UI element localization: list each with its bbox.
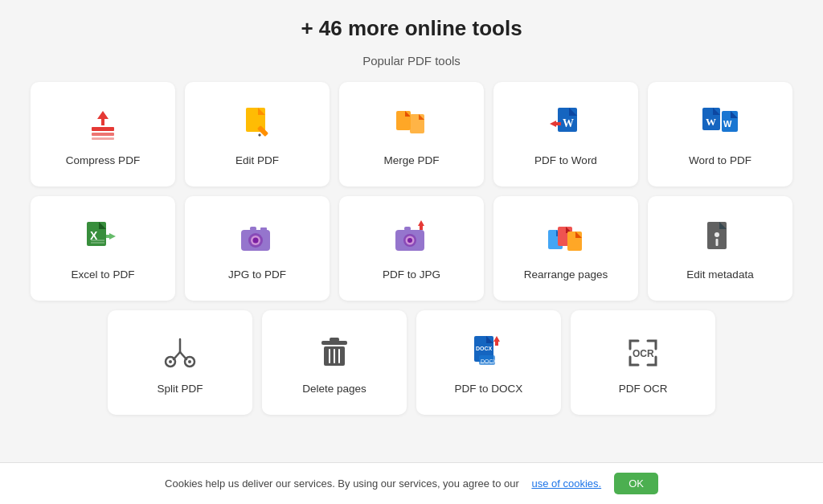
- svg-rect-3: [92, 137, 114, 140]
- tools-row-3: Split PDF Delete pages: [108, 310, 715, 415]
- cookie-banner: Cookies help us deliver our services. By…: [0, 462, 823, 504]
- svg-rect-30: [106, 235, 109, 238]
- rearrange-pages-icon: [545, 217, 587, 259]
- tool-pdf-to-word[interactable]: W PDF to Word: [493, 82, 638, 186]
- main-content: + 46 more online tools Popular PDF tools…: [0, 0, 823, 462]
- svg-point-51: [714, 232, 719, 237]
- svg-rect-35: [250, 227, 256, 231]
- pdf-to-jpg-label: PDF to JPG: [383, 268, 440, 281]
- tool-excel-to-pdf[interactable]: X Excel to PDF: [31, 196, 175, 301]
- compress-pdf-label: Compress PDF: [66, 154, 140, 166]
- tool-pdf-to-jpg[interactable]: PDF to JPG: [339, 196, 484, 301]
- svg-rect-41: [404, 227, 411, 231]
- cookie-ok-button[interactable]: OK: [614, 473, 658, 494]
- tool-edit-metadata[interactable]: Edit metadata: [648, 196, 792, 301]
- split-pdf-icon: [159, 331, 201, 373]
- svg-rect-9: [396, 111, 411, 130]
- svg-rect-36: [260, 227, 267, 231]
- tool-jpg-to-pdf[interactable]: JPG to PDF: [185, 196, 330, 301]
- svg-marker-29: [109, 233, 116, 240]
- rearrange-pages-label: Rearrange pages: [524, 268, 608, 281]
- pdf-to-word-icon: W: [545, 103, 587, 145]
- svg-rect-17: [556, 122, 561, 125]
- jpg-to-pdf-icon: [236, 217, 278, 259]
- pdf-ocr-label: PDF OCR: [619, 383, 668, 395]
- pdf-to-word-label: PDF to Word: [534, 154, 597, 166]
- delete-pages-icon: [313, 331, 355, 373]
- pdf-to-docx-label: PDF to DOCX: [455, 383, 523, 395]
- delete-pages-label: Delete pages: [302, 383, 366, 395]
- tool-pdf-ocr[interactable]: OCR PDF OCR: [571, 310, 715, 415]
- svg-text:W: W: [706, 116, 716, 128]
- compress-pdf-icon: [82, 103, 124, 145]
- edit-pdf-icon: [236, 103, 278, 145]
- svg-marker-42: [418, 220, 424, 230]
- svg-rect-11: [410, 114, 424, 133]
- cookie-text: Cookies help us deliver our services. By…: [165, 477, 519, 490]
- tool-compress-pdf[interactable]: Compress PDF: [31, 82, 175, 186]
- tools-row-1: Compress PDF Edit PDF: [31, 82, 792, 186]
- svg-point-40: [407, 238, 412, 243]
- excel-to-pdf-label: Excel to PDF: [72, 268, 135, 281]
- svg-marker-16: [550, 121, 556, 127]
- svg-point-54: [169, 360, 172, 363]
- svg-marker-69: [493, 336, 500, 346]
- svg-rect-1: [92, 127, 114, 131]
- svg-marker-0: [97, 111, 109, 125]
- svg-text:DOCX: DOCX: [476, 346, 493, 351]
- section-label: Popular PDF tools: [362, 54, 461, 68]
- jpg-to-pdf-label: JPG to PDF: [228, 268, 286, 281]
- svg-point-34: [253, 237, 259, 243]
- word-to-pdf-label: Word to PDF: [689, 154, 751, 166]
- svg-text:DOCX: DOCX: [481, 359, 497, 364]
- svg-text:W: W: [723, 119, 732, 129]
- svg-text:W: W: [563, 117, 574, 129]
- svg-text:OCR: OCR: [633, 348, 654, 359]
- tool-edit-pdf[interactable]: Edit PDF: [185, 82, 330, 186]
- pdf-to-jpg-icon: [391, 217, 432, 259]
- split-pdf-label: Split PDF: [157, 383, 203, 395]
- svg-rect-47: [567, 232, 582, 251]
- tool-split-pdf[interactable]: Split PDF: [108, 310, 252, 415]
- svg-line-58: [180, 352, 186, 359]
- merge-pdf-label: Merge PDF: [383, 154, 439, 166]
- cookie-link[interactable]: use of cookies.: [531, 477, 601, 490]
- tool-delete-pages[interactable]: Delete pages: [262, 310, 407, 415]
- svg-line-57: [174, 352, 180, 359]
- excel-to-pdf-icon: X: [82, 217, 124, 259]
- svg-point-56: [188, 360, 191, 363]
- word-to-pdf-icon: W W: [699, 103, 741, 145]
- tool-word-to-pdf[interactable]: W W Word to PDF: [648, 82, 792, 186]
- svg-rect-52: [716, 239, 719, 246]
- svg-rect-2: [92, 133, 114, 136]
- edit-metadata-label: Edit metadata: [686, 268, 753, 281]
- tools-row-2: X Excel to PDF: [31, 196, 792, 301]
- page-title: + 46 more online tools: [301, 16, 522, 41]
- pdf-ocr-icon: OCR: [622, 331, 664, 373]
- edit-pdf-label: Edit PDF: [235, 154, 279, 166]
- tool-pdf-to-docx[interactable]: DOCX DOCX PDF to DOCX: [416, 310, 561, 415]
- edit-metadata-icon: [699, 217, 741, 259]
- tool-merge-pdf[interactable]: Merge PDF: [339, 82, 484, 186]
- svg-rect-61: [330, 338, 339, 342]
- svg-marker-8: [258, 133, 261, 137]
- pdf-to-docx-icon: DOCX DOCX: [468, 331, 510, 373]
- merge-pdf-icon: [391, 103, 432, 145]
- tool-rearrange-pages[interactable]: Rearrange pages: [493, 196, 638, 301]
